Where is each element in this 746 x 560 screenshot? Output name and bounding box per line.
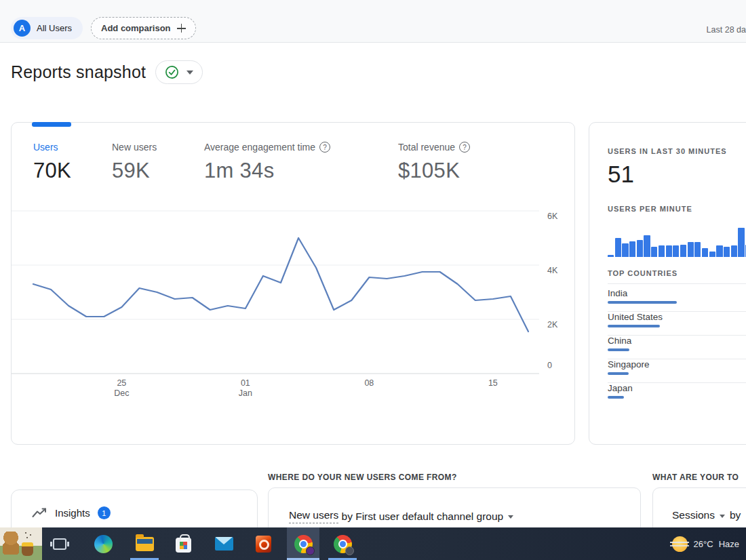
desktop-wallpaper-teddy-bear[interactable] [0,527,42,560]
metric-total-revenue-value: $105K [398,159,470,183]
edge-taskbar-button[interactable] [87,527,119,560]
country-row: Japan [608,383,746,407]
audience-avatar: A [14,20,31,37]
all-users-chip[interactable]: A All Users [11,17,83,39]
help-icon[interactable] [459,142,470,153]
help-icon[interactable] [319,142,330,153]
add-comparison-button[interactable]: Add comparison [91,17,196,39]
chrome-taskbar-button-active[interactable] [287,527,319,560]
minute-bar [702,248,708,257]
add-comparison-label: Add comparison [101,23,171,33]
metric-avg-engagement-label: Average engagement time [204,142,315,153]
metric-new-users-value: 59K [112,159,157,183]
chrome-profile-badge [306,546,315,555]
minute-bar [716,245,722,257]
country-name: India [608,288,746,298]
svg-text:Jan: Jan [239,388,252,398]
country-users-bar [608,372,629,375]
minute-bar [608,255,614,257]
users-per-minute-label: USERS PER MINUTE [608,205,692,213]
minute-bar [724,247,730,257]
sessions-card-title-rest: by [730,509,741,521]
country-name: Japan [608,383,746,393]
microsoft-store-taskbar-button[interactable] [167,527,199,560]
country-users-bar [608,396,624,399]
audience-comparison-bar: A All Users Add comparison Last 28 da [0,0,746,43]
plus-icon [177,24,186,33]
top-countries-label: TOP COUNTRIES [608,269,678,277]
task-view-icon [53,538,66,550]
minute-bar [673,245,679,257]
office-taskbar-button[interactable] [247,527,279,560]
date-range-selector[interactable]: Last 28 da [707,25,746,35]
channel-card-title[interactable]: New users by First user default channel … [289,509,640,523]
metric-avg-engagement[interactable]: Average engagement time 1m 34s [204,142,330,183]
weather-condition: Haze [719,539,739,549]
microsoft-store-icon [176,538,191,553]
country-name: China [608,336,746,346]
insights-count-badge: 1 [98,506,111,519]
haze-sun-icon [672,536,688,552]
file-explorer-taskbar-button[interactable] [128,527,161,560]
metric-avg-engagement-value: 1m 34s [204,159,330,183]
chrome-taskbar-button-2[interactable] [326,527,359,560]
weather-widget[interactable]: 26°CHaze [672,527,739,560]
svg-text:01: 01 [241,378,250,388]
check-circle-icon [165,65,179,79]
overview-card: Users 70K New users 59K Average engageme… [11,122,575,445]
minute-bar [694,242,701,257]
metric-users-label: Users [33,142,58,153]
edge-icon [94,535,113,553]
insights-label: Insights [55,507,90,519]
svg-text:4K: 4K [547,266,558,275]
teddy-bear-image [3,532,19,555]
weather-temperature: 26°C [694,539,713,549]
minute-bar [680,245,686,257]
minute-bar [666,245,672,257]
sessions-dropdown[interactable]: Sessions [672,509,715,521]
svg-text:25: 25 [117,378,126,388]
country-name: United States [608,312,746,322]
honey-pot-image [22,542,33,556]
chrome-icon [294,535,313,553]
users-last-30min-label: USERS IN LAST 30 MINUTES [608,147,727,155]
country-row: United States [608,312,746,336]
svg-text:Dec: Dec [114,388,129,398]
minute-bar [709,252,715,257]
file-explorer-icon [136,537,154,551]
metric-total-revenue[interactable]: Total revenue $105K [398,142,470,183]
svg-text:15: 15 [488,378,498,388]
minute-bar [644,235,650,257]
svg-text:6K: 6K [547,212,558,221]
minute-bar [651,247,657,257]
users-last-30min-value: 51 [608,161,634,188]
svg-text:0: 0 [547,361,552,370]
report-status-dropdown[interactable] [155,60,203,84]
page-title-row: Reports snapshot [11,60,203,84]
selected-metric-tab-indicator [32,122,71,127]
chevron-down-icon [508,515,513,519]
sessions-card-title[interactable]: Sessions by [672,509,746,521]
task-view-button[interactable] [43,527,76,560]
mail-taskbar-button[interactable] [208,527,240,560]
windows-taskbar: 26°CHaze [0,527,746,560]
metric-users[interactable]: Users 70K [33,142,71,183]
country-users-bar [608,325,660,327]
country-name: Singapore [608,359,746,369]
country-users-bar [608,348,629,351]
svg-text:08: 08 [364,378,374,388]
minute-bar [688,242,694,257]
metric-total-revenue-label: Total revenue [398,142,455,153]
metric-users-value: 70K [33,159,71,183]
users-trend-line-chart[interactable]: 02K4K6K25Dec01Jan0815 [12,197,576,401]
channel-card-title-rest: by First user default channel group [342,511,504,523]
users-per-minute-bar-chart[interactable] [608,219,746,257]
minute-bar [738,228,744,257]
minute-bar [637,240,643,257]
page-title: Reports snapshot [11,62,146,82]
new-users-dropdown[interactable]: New users [289,509,338,523]
chevron-down-icon [720,515,725,518]
minute-bar [659,245,665,257]
all-users-label: All Users [37,23,72,33]
metric-new-users[interactable]: New users 59K [112,142,157,183]
